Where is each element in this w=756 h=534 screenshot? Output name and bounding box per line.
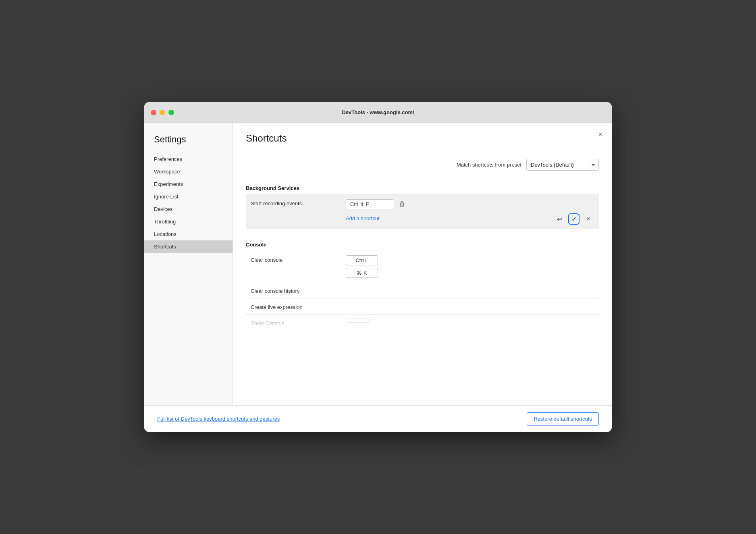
sidebar-item-experiments[interactable]: Experiments: [144, 178, 233, 190]
confirm-button[interactable]: ✓: [568, 213, 579, 225]
shortcut-key-row-2: Add a shortcut ↩ ✓ ×: [346, 212, 594, 225]
maximize-window-button[interactable]: [168, 110, 174, 115]
window-title: DevTools - www.google.com/: [342, 109, 414, 115]
devtools-window: DevTools - www.google.com/ Settings Pref…: [144, 102, 612, 432]
shortcut-keys-show-console: [346, 319, 594, 323]
undo-button[interactable]: ↩: [554, 213, 565, 225]
sidebar-item-shortcuts[interactable]: Shortcuts: [144, 240, 233, 253]
checkmark-icon: ✓: [571, 215, 577, 223]
sidebar-item-ignore-list[interactable]: Ignore List: [144, 190, 233, 203]
trash-icon: 🗑: [399, 200, 405, 208]
shortcut-name-clear-console-history: Clear console history: [251, 286, 339, 294]
undo-icon: ↩: [557, 215, 562, 223]
sidebar-item-throttling[interactable]: Throttling: [144, 215, 233, 228]
cancel-edit-button[interactable]: ×: [583, 213, 594, 225]
shortcut-row-clear-console-history: Clear console history: [246, 282, 599, 298]
restore-defaults-button[interactable]: Restore default shortcuts: [527, 412, 599, 426]
minimize-window-button[interactable]: [160, 110, 165, 115]
preset-row: Match shortcuts from preset DevTools (De…: [246, 159, 599, 171]
footer: Full list of DevTools keyboard shortcuts…: [144, 405, 612, 432]
title-divider: [246, 149, 599, 149]
full-list-link[interactable]: Full list of DevTools keyboard shortcuts…: [157, 416, 280, 422]
action-buttons: ↩ ✓ ×: [554, 212, 594, 225]
close-icon: ×: [586, 215, 590, 223]
sidebar: Settings Preferences Workspace Experimen…: [144, 123, 233, 405]
key-badge-ctrl-l: Ctrl L: [346, 255, 378, 265]
show-console-key-row: [346, 319, 594, 323]
shortcut-row-create-live-expression: Create live expression: [246, 298, 599, 314]
shortcut-name-create-live-expression: Create live expression: [251, 302, 339, 310]
sidebar-item-workspace[interactable]: Workspace: [144, 165, 233, 178]
sidebar-item-locations[interactable]: Locations: [144, 228, 233, 240]
sidebar-item-devices[interactable]: Devices: [144, 203, 233, 215]
key-badge-show-console: [346, 319, 370, 323]
preset-label: Match shortcuts from preset: [457, 162, 521, 168]
section-console: Console Clear console Ctrl L ⌘ K: [246, 238, 599, 327]
shortcut-name-clear-console: Clear console: [251, 255, 339, 263]
shortcut-key-row-1: Ctrl ⇧ E 🗑: [346, 199, 594, 209]
close-window-button[interactable]: [151, 110, 156, 115]
shortcut-row-show-console: Show Console: [246, 314, 599, 327]
main-content: × Shortcuts Match shortcuts from preset …: [233, 123, 612, 405]
add-shortcut-link[interactable]: Add a shortcut: [346, 215, 380, 221]
delete-shortcut-button[interactable]: 🗑: [397, 199, 407, 209]
window-controls: [151, 110, 174, 115]
clear-console-key-row-2: ⌘ K: [346, 268, 594, 278]
sidebar-item-preferences[interactable]: Preferences: [144, 153, 233, 165]
section-title-background-services: Background Services: [246, 182, 599, 194]
shortcut-name-start-recording: Start recording events: [251, 199, 339, 207]
shortcut-key-input[interactable]: Ctrl ⇧ E: [346, 199, 394, 209]
shortcut-keys-clear-console: Ctrl L ⌘ K: [346, 255, 594, 278]
preset-select[interactable]: DevTools (Default) Visual Studio Code: [526, 159, 599, 171]
section-title-console: Console: [246, 238, 599, 251]
shortcut-name-show-console: Show Console: [251, 319, 339, 326]
shortcut-row-start-recording: Start recording events Ctrl ⇧ E 🗑 Add a …: [246, 194, 599, 229]
window-body: Settings Preferences Workspace Experimen…: [144, 123, 612, 405]
shortcut-row-clear-console: Clear console Ctrl L ⌘ K: [246, 251, 599, 282]
shortcut-keys-start-recording: Ctrl ⇧ E 🗑 Add a shortcut ↩: [346, 199, 594, 225]
clear-console-key-row-1: Ctrl L: [346, 255, 594, 265]
settings-heading: Settings: [144, 131, 233, 153]
section-background-services: Background Services Start recording even…: [246, 182, 599, 229]
page-title: Shortcuts: [246, 133, 599, 144]
titlebar: DevTools - www.google.com/: [144, 102, 612, 123]
key-badge-cmd-k: ⌘ K: [346, 268, 378, 278]
dialog-close-button[interactable]: ×: [596, 129, 605, 139]
